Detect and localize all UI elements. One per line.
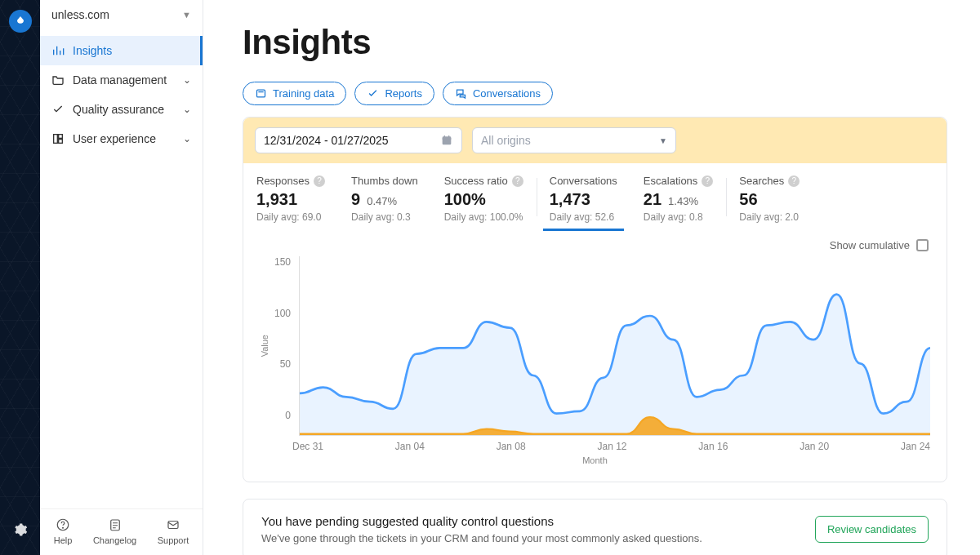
calendar-icon [440,134,453,147]
notice-title: You have pending suggested quality contr… [261,514,702,528]
metrics-row: Responses?1,931Daily avg: 69.0Thumbs dow… [243,163,947,231]
svg-point-4 [63,527,64,528]
svg-rect-2 [59,140,63,144]
help-icon: ? [314,175,325,187]
bottom-bar: Help Changelog Support [40,508,203,555]
help-icon: ? [788,175,800,187]
reports-pill[interactable]: Reports [354,82,434,105]
chevron-down-icon: ⌄ [183,104,191,115]
svg-rect-8 [443,136,452,144]
metric-success_ratio[interactable]: Success ratio?100%Daily avg: 100.0% [431,175,537,223]
help-icon: ? [702,175,713,187]
main-content: Insights Training data Reports Conversat… [203,0,980,555]
chevron-down-icon: ▼ [659,136,667,145]
page-title: Insights [243,23,947,62]
nav: InsightsData management⌄Quality assuranc… [40,36,203,153]
chart-svg [300,256,930,435]
metric-thumbs_down[interactable]: Thumbs down90.47%Daily avg: 0.3 [338,175,431,223]
insights-card: 12/31/2024 - 01/27/2025 All origins ▼ Re… [243,117,947,482]
sidebar-item-user-experience[interactable]: User experience⌄ [40,124,203,153]
check-badge-icon [51,103,65,116]
app-rail [0,0,40,555]
site-name: unless.com [51,8,109,21]
sidebar-item-quality-assurance[interactable]: Quality assurance⌄ [40,95,203,124]
sidebar-item-insights[interactable]: Insights [40,36,203,65]
svg-rect-1 [59,135,63,139]
cumulative-toggle[interactable]: Show cumulative [243,231,947,256]
sidebar-item-data-management[interactable]: Data management⌄ [40,65,203,95]
tab-pills: Training data Reports Conversations [243,82,947,105]
qc-notice: You have pending suggested quality contr… [243,499,947,555]
date-range-input[interactable]: 12/31/2024 - 01/27/2025 [255,127,462,153]
sidebar: unless.com ▼ InsightsData management⌄Qua… [40,0,203,555]
nav-label: User experience [73,132,156,145]
metric-escalations[interactable]: Escalations?211.43%Daily avg: 0.8 [630,175,726,223]
changelog-link[interactable]: Changelog [93,517,136,545]
nav-label: Quality assurance [73,103,164,116]
review-candidates-button[interactable]: Review candidates [815,516,929,543]
nav-label: Insights [73,44,112,57]
folder-icon [51,73,65,87]
metric-conversations[interactable]: Conversations1,473Daily avg: 52.6 [537,175,630,223]
chevron-down-icon: ▼ [182,10,191,20]
svg-rect-6 [168,522,178,529]
chevron-down-icon: ⌄ [183,74,191,86]
notice-body: We've gone through the tickets in your C… [261,532,702,544]
app-logo[interactable] [9,10,32,33]
y-axis-label: Value [260,335,270,357]
metric-responses[interactable]: Responses?1,931Daily avg: 69.0 [243,175,338,223]
site-picker[interactable]: unless.com ▼ [40,0,203,29]
nav-label: Data management [73,73,167,87]
training-data-pill[interactable]: Training data [243,82,346,105]
origin-select[interactable]: All origins ▼ [472,127,676,153]
x-axis-ticks: Dec 31Jan 04Jan 08Jan 12Jan 16Jan 20Jan … [260,436,930,452]
support-link[interactable]: Support [158,517,189,545]
chart: Value 150100500 Dec 31Jan 04Jan 08Jan 12… [243,256,947,482]
plot-area[interactable] [299,256,930,436]
layout-icon [51,132,65,145]
help-link[interactable]: Help [54,517,73,545]
svg-rect-0 [54,135,58,144]
metric-searches[interactable]: Searches?56Daily avg: 2.0 [726,175,813,223]
y-axis-ticks: 150100500 [274,256,299,436]
settings-icon[interactable] [13,522,28,540]
x-axis-label: Month [260,455,930,465]
chart-bar-icon [51,44,65,57]
svg-rect-7 [257,90,265,97]
checkbox-empty-icon [916,239,929,251]
chevron-down-icon: ⌄ [183,133,191,144]
help-icon: ? [512,175,523,187]
conversations-pill[interactable]: Conversations [443,82,553,105]
filter-bar: 12/31/2024 - 01/27/2025 All origins ▼ [243,118,947,163]
